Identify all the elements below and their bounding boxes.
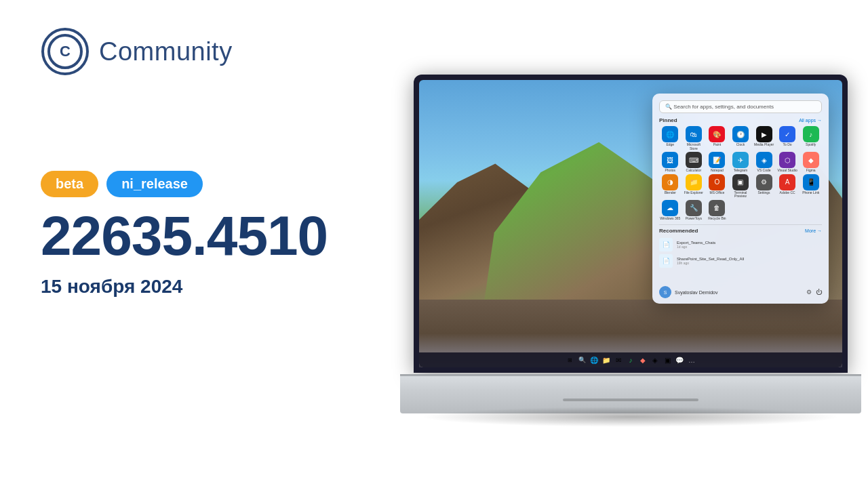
laptop-container: 🔍 Search for apps, settings, and documen… [400,75,861,413]
app-icon-label: Recycle Bin [708,217,726,221]
laptop-strip [563,399,698,401]
app-icon-bg: A [779,174,795,190]
app-icon-blender[interactable]: ◑ Blender [659,174,682,199]
laptop-shadow [420,407,841,427]
start-menu: 🔍 Search for apps, settings, and documen… [652,94,829,304]
rec-icon: 📄 [659,238,673,251]
teams-icon[interactable]: 💬 [675,355,684,365]
app-icon-bg: ⚙ [756,174,772,190]
app-icon-ms-office[interactable]: O MS Office [706,174,728,199]
rec-info: SharePoint_Site_Set_Read_Only_All 19h ag… [677,257,744,265]
app-icon-label: Microsoft Store [683,143,705,150]
app-icon-bg: ☁ [662,200,678,216]
laptop-screen: 🔍 Search for apps, settings, and documen… [414,75,848,373]
app-icon-label: File Explorer [684,191,703,195]
community-logo-icon: C [41,27,90,76]
app-icon-bg: O [709,174,725,190]
app-icon-bg: ✓ [779,126,795,142]
app-icon-bg: 🛍 [686,126,702,142]
app-icon-label: Visual Studio [778,169,797,173]
start-search-bar[interactable]: 🔍 Search for apps, settings, and documen… [659,100,822,113]
user-name: Svyatoslav Demidov [675,290,717,295]
app-icon-microsoft-store[interactable]: 🛍 Microsoft Store [683,126,705,150]
app-icon-adobe-cc[interactable]: A Adobe CC [776,174,799,199]
user-info: S Svyatoslav Demidov [659,286,717,298]
search-placeholder-text: Search for apps, settings, and documents [673,104,774,110]
vscode-icon[interactable]: ◈ [650,355,660,365]
app-icon-label: Terminal Preview [730,191,752,199]
app-icon-bg: ▣ [732,174,749,190]
app-icon-telegram[interactable]: ✈ Telegram [730,152,752,173]
app-icon-windows-365[interactable]: ☁ Windows 365 [659,200,682,221]
beta-tag: beta [41,171,98,197]
app-icon-vs-code[interactable]: ◈ VS Code [753,152,775,173]
app-icon-label: PowerToys [686,217,702,221]
user-avatar: S [659,286,671,298]
app-icon-calculator[interactable]: ⌨ Calculator [683,152,705,173]
rec-time: 19h ago [677,261,744,265]
app-icon-bg: ◑ [662,174,678,190]
pinned-label: Pinned [659,117,677,123]
app-icon-figma[interactable]: ◆ Figma [800,152,822,173]
app-icon-recycle-bin[interactable]: 🗑 Recycle Bin [706,200,728,221]
app-icon-label: Clock [736,143,745,147]
all-apps-link[interactable]: All apps → [799,118,822,123]
more-link[interactable]: More → [805,228,822,233]
app-icon-paint[interactable]: 🎨 Paint [706,126,728,150]
tags-row: beta ni_release [41,171,393,197]
app-icon-bg: 🔧 [686,200,702,216]
app-icon-edge[interactable]: 🌐 Edge [659,126,682,150]
app-icon-label: Adobe CC [780,191,795,195]
build-number: 22635.4510 [41,208,393,264]
more-taskbar[interactable]: … [687,355,696,365]
power-icon[interactable]: ⏻ [816,289,822,296]
recommended-section: Recommended More → 📄 Export_Teams_Chats … [659,224,822,269]
app-icon-label: Photos [665,169,675,173]
mail-icon[interactable]: ✉ [614,355,623,365]
spotify-icon[interactable]: ♪ [626,355,635,365]
app-icon-bg: 🖼 [662,152,678,168]
app-icon-bg: 📱 [803,174,819,190]
left-panel: C Community beta ni_release 22635.4510 1… [0,0,434,488]
figma-icon[interactable]: ◆ [638,355,648,365]
app-icon-bg: 🕐 [732,126,749,142]
app-icon-powertoys[interactable]: 🔧 PowerToys [683,200,705,221]
app-icon-spotify[interactable]: ♪ Spotify [800,126,822,150]
app-icon-label: Figma [806,169,816,173]
recommended-header: Recommended More → [659,228,822,234]
start-button[interactable]: ⊞ [565,355,574,365]
app-icon-label: Blender [665,191,676,195]
app-icon-bg: 🎨 [709,126,725,142]
rec-icon: 📄 [659,254,673,268]
app-icon-photos[interactable]: 🖼 Photos [659,152,682,173]
app-icon-bg: 🗑 [709,200,725,216]
app-icon-clock[interactable]: 🕐 Clock [730,126,752,150]
edge-icon[interactable]: 🌐 [589,355,599,365]
settings-icon[interactable]: ⚙ [806,289,812,296]
rec-info: Export_Teams_Chats 1d ago [677,241,715,249]
app-icon-label: MS Office [709,191,724,195]
app-icon-bg: 📁 [686,174,702,190]
logo-area: C Community [41,27,393,76]
app-icon-notepad[interactable]: 📝 Notepad [706,152,728,173]
recommended-item[interactable]: 📄 SharePoint_Site_Set_Read_Only_All 19h … [659,253,822,269]
user-bar: S Svyatoslav Demidov ⚙ ⏻ [659,286,822,298]
app-icon-to-do[interactable]: ✓ To Do [776,126,799,150]
app-icon-label: Media Player [754,143,774,147]
app-icon-visual-studio[interactable]: ⬡ Visual Studio [776,152,799,173]
terminal-icon[interactable]: ▣ [663,355,672,365]
app-icon-file-explorer[interactable]: 📁 File Explorer [683,174,705,199]
apps-grid: 🌐 Edge 🛍 Microsoft Store 🎨 Paint 🕐 Clock… [659,126,822,220]
search-button[interactable]: 🔍 [577,355,587,365]
app-icon-media-player[interactable]: ▶ Media Player [753,126,775,150]
user-actions: ⚙ ⏻ [806,289,822,296]
app-icon-bg: ⬡ [779,152,795,168]
app-icon-label: Paint [713,143,721,147]
explorer-icon[interactable]: 📁 [601,355,611,365]
app-icon-phone-link[interactable]: 📱 Phone Link [800,174,822,199]
recommended-list: 📄 Export_Teams_Chats 1d ago 📄 SharePoint… [659,237,822,269]
recommended-item[interactable]: 📄 Export_Teams_Chats 1d ago [659,237,822,253]
app-icon-settings[interactable]: ⚙ Settings [753,174,775,199]
app-icon-bg: ▶ [756,126,772,142]
app-icon-terminal-preview[interactable]: ▣ Terminal Preview [730,174,752,199]
